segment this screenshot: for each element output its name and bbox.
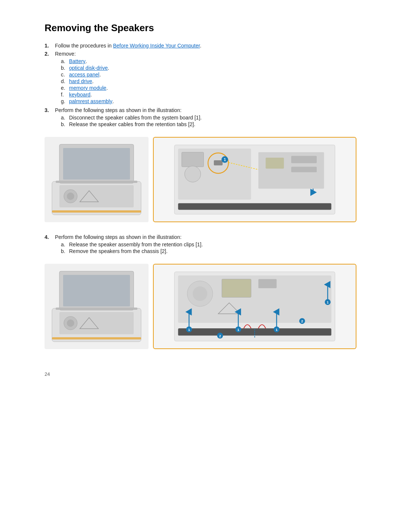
sub-c-letter: c. [61, 72, 69, 78]
illustration-2-row: 1 1 1 1 2 2 [45, 264, 356, 349]
sub-item-a: a. Battery. [55, 58, 356, 64]
step-3-sub-a: a. Disconnect the speaker cables from th… [55, 115, 356, 121]
step-4: 4. Perform the following steps as shown … [45, 234, 356, 255]
sub-item-b: b. optical disk-drive. [55, 65, 356, 71]
page-title: Removing the Speakers [45, 22, 356, 34]
step-3-sub-b: b. Release the speaker cables from the r… [55, 121, 356, 127]
access-panel-link[interactable]: access panel [69, 72, 100, 78]
svg-text:1: 1 [276, 328, 278, 332]
svg-point-7 [67, 193, 74, 200]
sub-a-letter: a. [61, 58, 69, 64]
step-3: 3. Perform the following steps as shown … [45, 107, 356, 128]
svg-point-38 [193, 286, 207, 301]
step4-b-letter: b. [61, 248, 69, 254]
step-1-content: Follow the procedures in Before Working … [55, 43, 356, 49]
step-3-content: Perform the following steps as shown in … [55, 107, 356, 128]
step-1-num: 1. [45, 43, 55, 49]
sub-f-letter: f. [61, 92, 69, 98]
illustration-1-left [45, 137, 149, 222]
sub-item-e: e. memory module. [55, 85, 356, 91]
step-3-sublist: a. Disconnect the speaker cables from th… [55, 115, 356, 127]
step-4-sub-a: a. Release the speaker assembly from the… [55, 242, 356, 247]
svg-rect-30 [56, 308, 137, 310]
memory-module-link[interactable]: memory module [69, 85, 106, 91]
illustration-1-right: 1 2 [153, 137, 356, 222]
step-4-sublist: a. Release the speaker assembly from the… [55, 242, 356, 254]
svg-rect-3 [63, 148, 130, 180]
step-4-num: 4. [45, 234, 55, 240]
svg-rect-13 [178, 203, 332, 210]
svg-rect-40 [258, 279, 277, 288]
step-1-link[interactable]: Before Working Inside Your Computer [113, 43, 200, 49]
step3-b-letter: b. [61, 121, 69, 127]
laptop-left-svg-2 [45, 264, 149, 349]
illustration-1-row: 1 2 [45, 137, 356, 222]
sub-e-letter: e. [61, 85, 69, 91]
svg-rect-11 [182, 152, 203, 167]
step-3-label: Perform the following steps as shown in … [55, 107, 182, 113]
step3-a-text: Disconnect the speaker cables from the s… [69, 115, 202, 121]
svg-rect-31 [52, 337, 141, 339]
svg-rect-5 [52, 210, 141, 213]
sub-d-letter: d. [61, 78, 69, 84]
step-2-content: Remove: a. Battery. b. optical disk-driv… [55, 51, 356, 105]
step-2-num: 2. [45, 51, 55, 57]
step-2-sublist: a. Battery. b. optical disk-drive. c. ac… [55, 58, 356, 104]
step-4-label: Perform the following steps as shown in … [55, 234, 182, 240]
illustration-2-left [45, 264, 149, 349]
svg-rect-15 [214, 160, 223, 165]
svg-text:2: 2 [219, 334, 221, 338]
svg-text:2: 2 [301, 319, 303, 323]
svg-text:1: 1 [224, 157, 226, 162]
keyboard-link[interactable]: keyboard [69, 92, 91, 98]
steps-list: 1. Follow the procedures in Before Worki… [45, 43, 356, 128]
sub-item-c: c. access panel. [55, 72, 356, 78]
step3-b-text: Release the speaker cables from the rete… [69, 121, 195, 127]
sub-b-letter: b. [61, 65, 69, 71]
svg-rect-29 [63, 275, 130, 306]
page-number: 24 [45, 371, 356, 377]
hard-drive-link[interactable]: hard drive [69, 78, 92, 84]
step-4-list: 4. Perform the following steps as shown … [45, 234, 356, 255]
step-2-label: Remove: [55, 51, 76, 57]
svg-rect-4 [56, 181, 137, 183]
laptop-left-svg [45, 137, 149, 222]
step-2: 2. Remove: a. Battery. b. optical disk-d… [45, 51, 356, 105]
svg-rect-24 [291, 156, 317, 163]
step-1-text: Follow the procedures in [55, 43, 113, 49]
step4-a-text: Release the speaker assembly from the re… [69, 242, 203, 247]
svg-text:1: 1 [327, 300, 329, 304]
svg-rect-23 [265, 158, 284, 168]
illustration-2-right: 1 1 1 1 2 2 [153, 264, 356, 349]
step-1: 1. Follow the procedures in Before Worki… [45, 43, 356, 49]
svg-rect-25 [291, 167, 317, 173]
sub-g-letter: g. [61, 98, 69, 104]
detail-svg-2: 1 1 1 1 2 2 [154, 265, 356, 348]
step-4-sub-b: b. Remove the speakers from the chassis … [55, 248, 356, 254]
svg-point-12 [185, 166, 200, 182]
step4-a-letter: a. [61, 242, 69, 247]
optical-link[interactable]: optical disk-drive [69, 65, 108, 71]
sub-item-f: f. keyboard. [55, 92, 356, 98]
step3-a-letter: a. [61, 115, 69, 121]
sub-item-d: d. hard drive. [55, 78, 356, 84]
step-4-content: Perform the following steps as shown in … [55, 234, 356, 255]
svg-point-33 [67, 319, 74, 327]
step-3-num: 3. [45, 107, 55, 113]
palmrest-link[interactable]: palmrest assembly [69, 98, 113, 104]
detail-svg-1: 1 2 [154, 138, 356, 221]
battery-link[interactable]: Battery [69, 58, 85, 64]
step4-b-text: Remove the speakers from the chassis [2]… [69, 248, 167, 254]
svg-text:1: 1 [188, 328, 190, 332]
sub-item-g: g. palmrest assembly. [55, 98, 356, 104]
svg-rect-39 [222, 279, 251, 297]
svg-text:1: 1 [237, 328, 239, 332]
